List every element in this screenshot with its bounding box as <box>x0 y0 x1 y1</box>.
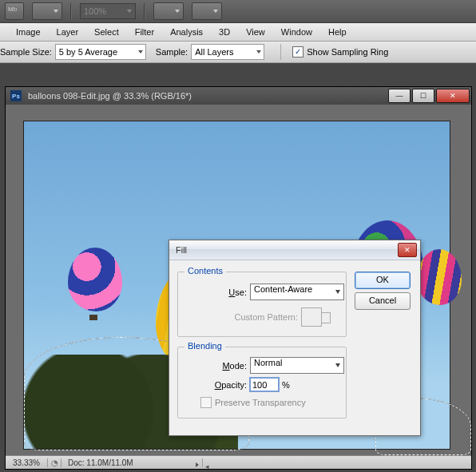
fill-dialog: Fill ✕ OK Cancel Contents Use: Content-A… <box>169 240 421 436</box>
status-info-icon[interactable]: ◔ <box>48 458 61 467</box>
custom-pattern-swatch <box>301 307 322 327</box>
document-titlebar: Ps balloons 098-Edit.jpg @ 33.3% (RGB/16… <box>6 87 471 105</box>
close-button[interactable]: ✕ <box>436 89 470 103</box>
balloon-graphic <box>417 249 462 305</box>
sample-combo[interactable]: All Layers <box>191 44 264 60</box>
preserve-transparency-label: Preserve Transparency <box>215 398 306 407</box>
opacity-input[interactable] <box>250 378 279 391</box>
dialog-titlebar[interactable]: Fill ✕ <box>169 240 420 260</box>
menu-3d[interactable]: 3D <box>212 26 236 38</box>
use-select[interactable]: Content-Aware <box>250 284 344 300</box>
options-bar: Sample Size: 5 by 5 Average Sample: All … <box>0 42 476 63</box>
menu-image[interactable]: Image <box>10 26 47 38</box>
menu-layer[interactable]: Layer <box>50 26 85 38</box>
opacity-unit: % <box>282 380 290 390</box>
arrange-docs-button[interactable] <box>32 2 62 20</box>
show-sampling-ring-label: Show Sampling Ring <box>307 47 388 57</box>
app-root: Mb 100% Image Layer Select Filter Analys… <box>0 0 476 472</box>
blending-group: Blending Mode: Normal Opacity: % Preserv… <box>177 347 347 418</box>
opacity-label: Opacity: <box>178 380 247 390</box>
zoom-level-combo[interactable]: 100% <box>80 3 136 19</box>
menu-filter[interactable]: Filter <box>129 26 161 38</box>
ps-icon: Ps <box>10 90 22 101</box>
bridge-icon[interactable]: Mb <box>5 2 24 20</box>
mode-label: Mode: <box>178 361 247 371</box>
preserve-transparency-checkbox <box>200 397 212 408</box>
custom-pattern-label: Custom Pattern: <box>178 312 298 322</box>
basket-graphic <box>89 315 97 320</box>
minimize-button[interactable]: — <box>388 89 411 103</box>
menu-help[interactable]: Help <box>322 26 353 38</box>
status-zoom[interactable]: 33.33% <box>6 458 48 467</box>
contents-group: Contents Use: Content-Aware Custom Patte… <box>177 272 347 337</box>
maximize-button[interactable]: ☐ <box>412 89 434 103</box>
screen-mode-button[interactable] <box>153 2 184 20</box>
dialog-close-button[interactable]: ✕ <box>398 243 417 257</box>
document-title: balloons 098-Edit.jpg @ 33.3% (RGB/16*) <box>26 91 388 101</box>
menu-bar: Image Layer Select Filter Analysis 3D Vi… <box>0 23 476 42</box>
dialog-title: Fill <box>176 245 398 255</box>
blending-legend: Blending <box>184 341 225 351</box>
top-toolbar: Mb 100% <box>0 0 476 23</box>
menu-view[interactable]: View <box>240 26 272 38</box>
sample-size-label: Sample Size: <box>0 47 52 57</box>
mode-select[interactable]: Normal <box>250 357 344 374</box>
show-sampling-ring-checkbox[interactable]: ✓ Show Sampling Ring <box>292 46 388 58</box>
contents-legend: Contents <box>184 266 226 276</box>
extras-button[interactable] <box>192 2 222 20</box>
sample-size-combo[interactable]: 5 by 5 Average <box>55 44 146 60</box>
menu-select[interactable]: Select <box>88 26 125 38</box>
menu-window[interactable]: Window <box>275 26 319 38</box>
status-bar: 33.33% ◔ Doc: 11.0M/11.0M <box>6 455 471 469</box>
menu-analysis[interactable]: Analysis <box>164 26 209 38</box>
status-doc-size[interactable]: Doc: 11.0M/11.0M <box>61 458 203 467</box>
cancel-button[interactable]: Cancel <box>355 292 411 310</box>
use-label: Use: <box>178 288 247 297</box>
check-icon: ✓ <box>292 46 303 58</box>
ok-button[interactable]: OK <box>355 272 411 289</box>
sample-label: Sample: <box>156 47 188 57</box>
balloon-graphic <box>68 248 122 311</box>
